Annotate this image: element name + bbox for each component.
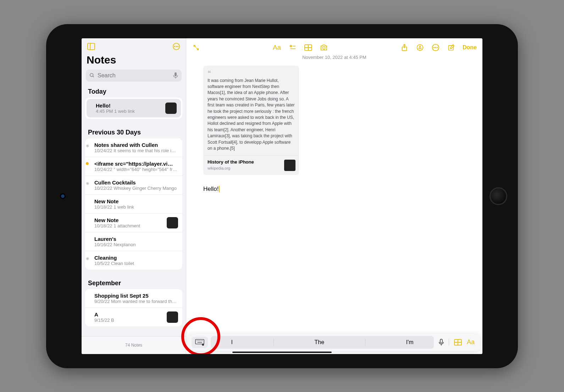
note-subtitle: 10/18/22 1 web link — [94, 204, 177, 210]
home-button[interactable] — [490, 187, 507, 205]
link-excerpt: It was coming from Jean Marie Hullot, so… — [203, 78, 299, 155]
markup-icon[interactable] — [416, 43, 424, 52]
text-cursor — [219, 186, 220, 192]
quote-icon: ❝ — [203, 66, 299, 78]
note-title: Shopping list Sept 25 — [94, 293, 177, 299]
compose-icon[interactable] — [447, 43, 455, 52]
notes-list[interactable]: TodayHello!4:45 PM 1 web linkPrevious 30… — [82, 84, 186, 336]
note-subtitle: 10/18/22 1 attachment — [94, 223, 177, 228]
note-row[interactable]: A9/15/22 B — [85, 308, 182, 326]
done-button[interactable]: Done — [463, 44, 477, 51]
suggestion-3[interactable]: I'm — [406, 339, 414, 346]
dictate-icon[interactable] — [173, 72, 178, 79]
note-title: New Note — [94, 198, 177, 204]
note-title: New Note — [94, 217, 177, 223]
note-title: <iframe src="https://player.vimeo.c… — [94, 161, 177, 167]
notes-sidebar: Notes TodayHello!4:45 PM 1 web linkPrevi… — [82, 38, 186, 354]
link-source: wikipedia.org — [208, 166, 254, 171]
page-title: Notes — [82, 51, 186, 68]
svg-point-6 — [90, 73, 93, 77]
svg-rect-23 — [449, 45, 453, 50]
svg-point-22 — [437, 47, 438, 48]
svg-rect-24 — [195, 339, 204, 344]
note-subtitle: 10/24/22 It seems to me that his role in… — [94, 148, 177, 153]
link-preview[interactable]: ❝ It was coming from Jean Marie Hullot, … — [203, 66, 299, 175]
svg-point-20 — [434, 47, 435, 48]
home-indicator[interactable] — [232, 352, 332, 353]
note-row[interactable]: ◉Notes shared with Cullen10/24/22 It see… — [85, 138, 182, 157]
suggestion-2[interactable]: The — [314, 339, 324, 346]
note-thumbnail — [165, 103, 177, 114]
folders-icon[interactable] — [87, 42, 96, 51]
more-icon[interactable] — [172, 42, 181, 51]
note-title: Hello! — [96, 103, 176, 109]
note-thumbnail — [167, 217, 178, 228]
svg-point-4 — [176, 46, 177, 47]
note-row[interactable]: Lauren's10/16/22 Nexplanon — [85, 232, 182, 251]
note-body[interactable]: ❝ It was coming from Jean Marie Hullot, … — [186, 60, 482, 354]
note-subtitle: 9/20/22 Mom wanted me to forward this… — [94, 299, 177, 304]
note-subtitle: 4:45 PM 1 web link — [96, 109, 176, 114]
search-field[interactable] — [86, 70, 182, 82]
link-thumbnail — [284, 160, 295, 171]
svg-point-5 — [178, 46, 178, 47]
note-row[interactable]: New Note10/18/22 1 web link — [85, 195, 182, 214]
note-title: Notes shared with Cullen — [94, 142, 177, 148]
search-input[interactable] — [97, 72, 171, 79]
more-actions-icon[interactable] — [431, 43, 440, 52]
note-row[interactable]: ◉Cullen Cocktails10/22/22 Whiskey Ginger… — [85, 176, 182, 195]
note-thumbnail — [167, 311, 178, 323]
editor-toolbar: Aa — [186, 38, 482, 54]
text-format-button[interactable]: Aa — [467, 338, 475, 346]
unsynced-dot-icon — [86, 162, 89, 165]
sidebar-footer: 74 Notes — [82, 336, 186, 354]
note-subtitle: 10/16/22 Nexplanon — [94, 242, 177, 247]
search-icon — [89, 73, 95, 78]
text-format-icon[interactable]: Aa — [273, 43, 281, 52]
svg-rect-32 — [440, 339, 442, 343]
checklist-icon[interactable] — [288, 43, 297, 52]
suggestion-divider — [365, 339, 365, 346]
shared-icon: ◉ — [86, 256, 89, 261]
note-title: Cleaning — [94, 255, 177, 261]
note-row[interactable]: Shopping list Sept 259/20/22 Mom wanted … — [85, 289, 182, 308]
note-editor: Aa — [186, 38, 482, 354]
link-title: History of the iPhone — [208, 159, 254, 166]
notes-section-card: Hello!4:45 PM 1 web link — [85, 98, 182, 119]
note-row[interactable]: <iframe src="https://player.vimeo.c…10/2… — [85, 157, 182, 176]
share-icon[interactable] — [400, 43, 409, 52]
note-subtitle: 10/5/22 Clean toilet — [94, 261, 177, 266]
suggestion-1[interactable]: I — [231, 339, 232, 346]
note-title: Cullen Cocktails — [94, 180, 177, 186]
suggestion-divider — [273, 339, 274, 346]
note-subtitle: 10/22/22 Whiskey Ginger Cherry Mango — [94, 186, 177, 191]
suggestions-bar: I The I'm — [211, 336, 434, 349]
camera-icon[interactable] — [320, 43, 328, 52]
note-title: A — [94, 311, 177, 318]
svg-point-31 — [202, 344, 204, 346]
note-timestamp: November 10, 2022 at 4:45 PM — [186, 55, 482, 60]
table-insert-icon[interactable] — [454, 339, 462, 346]
fullscreen-icon[interactable] — [192, 43, 200, 52]
dictate-button[interactable] — [439, 339, 444, 346]
svg-point-16 — [322, 46, 325, 49]
note-row[interactable]: New Note10/18/22 1 attachment — [85, 214, 182, 232]
note-subtitle: 10/24/22 " width="640" height="564" fra… — [94, 167, 177, 172]
svg-line-7 — [93, 76, 94, 77]
table-icon[interactable] — [304, 43, 313, 52]
svg-rect-0 — [88, 43, 95, 49]
screen: Notes TodayHello!4:45 PM 1 web linkPrevi… — [82, 38, 482, 354]
keyboard-toggle-button[interactable] — [192, 337, 208, 348]
note-row[interactable]: Hello!4:45 PM 1 web link — [87, 99, 181, 117]
svg-rect-8 — [175, 72, 177, 76]
shared-icon: ◉ — [86, 181, 89, 186]
front-camera — [61, 194, 65, 198]
link-chip[interactable]: History of the iPhone wikipedia.org — [203, 155, 299, 175]
note-row[interactable]: ◉Cleaning10/5/22 Clean toilet — [85, 251, 182, 270]
note-text-content[interactable]: Hello! — [203, 186, 465, 193]
ipad-frame: Notes TodayHello!4:45 PM 1 web linkPrevi… — [46, 24, 518, 368]
section-header: Today — [85, 84, 182, 98]
shared-icon: ◉ — [86, 143, 89, 148]
notes-section-card: Shopping list Sept 259/20/22 Mom wanted … — [85, 289, 182, 326]
divider — [449, 339, 449, 346]
